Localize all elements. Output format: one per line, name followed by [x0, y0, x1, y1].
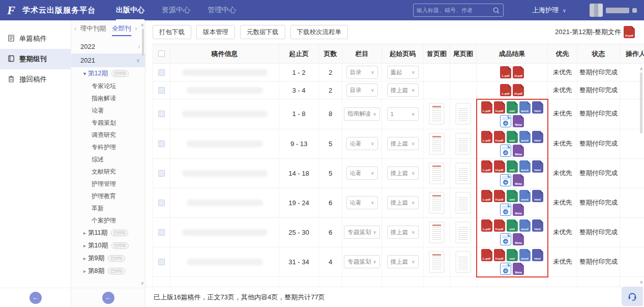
- last-page-thumbnail[interactable]: [456, 133, 471, 154]
- html-file-icon[interactable]: html: [532, 190, 543, 202]
- l-pdf-file-icon[interactable]: L-pdf: [481, 160, 492, 173]
- last-page-thumbnail[interactable]: [456, 222, 471, 243]
- tree-issue-第10期[interactable]: ▸第10期已付印: [71, 239, 145, 252]
- word-file-icon[interactable]: word: [519, 160, 531, 173]
- xml-file-icon[interactable]: xml: [507, 101, 518, 114]
- tree-category-5[interactable]: 论著: [71, 104, 145, 117]
- start-page-select[interactable]: 重起∨: [387, 66, 419, 79]
- last-page-thumbnail[interactable]: [456, 252, 471, 272]
- web-file-icon[interactable]: [500, 263, 511, 275]
- tree-category-7[interactable]: 调查研究: [71, 129, 145, 141]
- column-select[interactable]: 专题策划∨: [344, 255, 380, 268]
- meta-file-icon[interactable]: Meta: [513, 115, 524, 127]
- toolbar-button-3[interactable]: 元数据下载: [240, 25, 285, 39]
- select-all-checkbox[interactable]: [158, 50, 165, 57]
- word-file-icon[interactable]: word: [519, 219, 531, 232]
- web-file-icon[interactable]: [500, 145, 511, 157]
- tree-category-11[interactable]: 护理管理: [71, 178, 145, 190]
- meta-file-icon[interactable]: Meta: [513, 233, 524, 245]
- tree-category-8[interactable]: 专科护理: [71, 141, 145, 153]
- xml-file-icon[interactable]: xml: [507, 190, 518, 202]
- tree-year-2021[interactable]: 2021∨: [71, 53, 145, 67]
- column-select[interactable]: 论著∨: [346, 137, 378, 150]
- tree-tab-2[interactable]: 全部刊: [112, 21, 131, 36]
- user-menu[interactable]: [590, 4, 637, 17]
- nav-item-2[interactable]: 资源中心: [162, 0, 190, 20]
- row-checkbox[interactable]: [158, 200, 165, 206]
- tree-category-14[interactable]: 个案护理: [71, 214, 145, 227]
- sidebar-item-1[interactable]: 单篇稿件: [0, 29, 71, 49]
- column-select[interactable]: 目录∨: [346, 66, 378, 79]
- nav-item-1[interactable]: 出版中心: [116, 0, 144, 20]
- toolbar-button-4[interactable]: 下载校次流程单: [290, 25, 348, 39]
- start-page-select[interactable]: 接上篇∨: [387, 196, 419, 209]
- last-page-thumbnail[interactable]: [456, 192, 471, 213]
- l-pdf-file-icon[interactable]: L-pdf: [481, 131, 492, 143]
- tree-issue-第8期[interactable]: ▸第8期已付印: [71, 265, 145, 277]
- word-file-icon[interactable]: word: [519, 101, 531, 114]
- html-file-icon[interactable]: html: [532, 219, 543, 232]
- h-pdf-file-icon[interactable]: H-pdf: [494, 101, 505, 114]
- global-search[interactable]: [413, 4, 504, 17]
- html-file-icon[interactable]: html: [532, 160, 543, 173]
- html-file-icon[interactable]: html: [532, 101, 543, 114]
- first-page-thumbnail[interactable]: [429, 103, 444, 124]
- tree-category-6[interactable]: 专题策划: [71, 117, 145, 129]
- column-select[interactable]: 专题策划∨: [344, 226, 380, 239]
- web-file-icon[interactable]: [500, 115, 511, 127]
- tree-scrollbar[interactable]: [142, 29, 144, 56]
- xml-file-icon[interactable]: xml: [507, 219, 518, 232]
- web-file-icon[interactable]: [500, 233, 511, 245]
- h-pdf-file-icon[interactable]: H-pdf: [513, 84, 524, 96]
- table-scroll-up-icon[interactable]: ∧: [639, 66, 643, 71]
- row-checkbox[interactable]: [158, 170, 165, 177]
- org-switcher[interactable]: 上海护理 ∨: [532, 6, 566, 15]
- l-pdf-file-icon[interactable]: L-pdf: [481, 101, 492, 114]
- start-page-select[interactable]: 接上篇∨: [387, 255, 419, 268]
- sidebar-item-3[interactable]: 撤回稿件: [0, 69, 71, 90]
- tree-category-4[interactable]: 指南解读: [71, 92, 145, 104]
- h-pdf-file-icon[interactable]: H-pdf: [494, 249, 505, 261]
- first-page-thumbnail[interactable]: [429, 163, 444, 184]
- meta-file-icon[interactable]: Meta: [513, 145, 524, 157]
- l-pdf-file-icon[interactable]: L-pdf: [481, 249, 492, 261]
- last-page-thumbnail[interactable]: [456, 103, 471, 124]
- toolbar-button-1[interactable]: 打包下载: [153, 25, 191, 39]
- web-file-icon[interactable]: [500, 204, 511, 216]
- h-pdf-file-icon[interactable]: H-pdf: [624, 26, 635, 38]
- row-checkbox[interactable]: [158, 87, 165, 94]
- tree-category-9[interactable]: 综述: [71, 153, 145, 165]
- row-checkbox[interactable]: [158, 259, 165, 265]
- tree-category-13[interactable]: 革新: [71, 202, 145, 214]
- meta-file-icon[interactable]: Meta: [513, 263, 524, 275]
- word-file-icon[interactable]: word: [519, 190, 531, 202]
- tree-year-2022[interactable]: 2022›: [71, 40, 145, 53]
- h-pdf-file-icon[interactable]: H-pdf: [513, 66, 524, 78]
- first-page-thumbnail[interactable]: [429, 222, 444, 243]
- row-checkbox[interactable]: [158, 69, 165, 76]
- h-pdf-file-icon[interactable]: H-pdf: [494, 160, 505, 173]
- tree-scroll-down-icon[interactable]: ∨: [140, 281, 144, 286]
- h-pdf-file-icon[interactable]: H-pdf: [494, 190, 505, 202]
- meta-file-icon[interactable]: Meta: [513, 204, 524, 216]
- start-page-select[interactable]: 接上篇∨: [387, 166, 419, 180]
- row-checkbox[interactable]: [158, 229, 165, 236]
- last-page-thumbnail[interactable]: [456, 163, 471, 184]
- h-pdf-file-icon[interactable]: H-pdf: [494, 219, 505, 232]
- l-pdf-file-icon[interactable]: L-pdf: [500, 66, 511, 78]
- xml-file-icon[interactable]: xml: [507, 249, 518, 261]
- table-scrollbar[interactable]: [640, 72, 642, 133]
- sidebar-collapse-button[interactable]: ←: [30, 292, 42, 304]
- html-file-icon[interactable]: html: [532, 131, 543, 143]
- tree-scroll-up-icon[interactable]: ∧: [140, 22, 144, 27]
- tree-issue-第12期[interactable]: ▾第12期已付印: [71, 67, 145, 80]
- first-page-thumbnail[interactable]: [429, 252, 444, 272]
- web-file-icon[interactable]: [500, 174, 511, 186]
- column-select[interactable]: 指南解读∨: [344, 107, 380, 121]
- start-page-select[interactable]: 接上篇∨: [387, 137, 419, 150]
- xml-file-icon[interactable]: xml: [507, 131, 518, 143]
- row-checkbox[interactable]: [158, 110, 165, 117]
- l-pdf-file-icon[interactable]: L-pdf: [481, 219, 492, 232]
- start-page-select[interactable]: 接上篇∨: [387, 226, 419, 239]
- column-select[interactable]: 论著∨: [346, 166, 378, 180]
